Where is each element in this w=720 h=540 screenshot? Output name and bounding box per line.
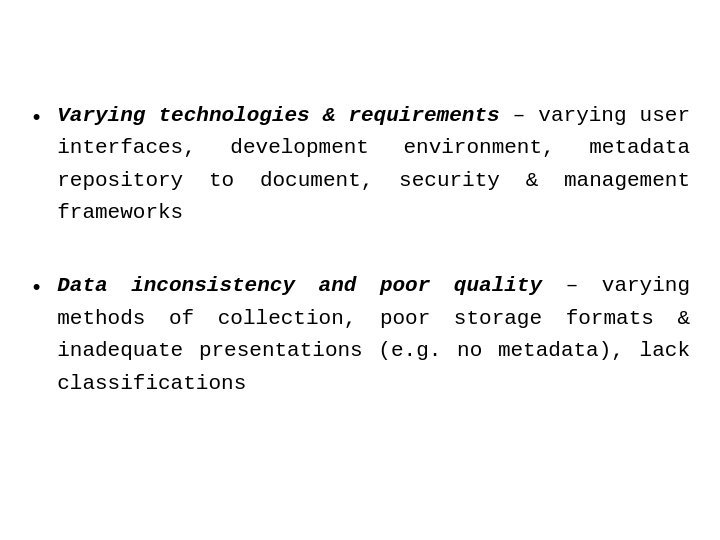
bullet-symbol-2: • <box>30 272 43 305</box>
bullet-item-1: • Varying technologies & requirements – … <box>30 100 690 230</box>
main-content: • Varying technologies & requirements – … <box>20 80 700 460</box>
bullet-1-italic: Varying technologies & requirements <box>57 104 499 127</box>
bullet-text-2: Data inconsistency and poor quality – va… <box>57 270 690 400</box>
bullet-text-1: Varying technologies & requirements – va… <box>57 100 690 230</box>
bullet-item-2: • Data inconsistency and poor quality – … <box>30 270 690 400</box>
bullet-symbol-1: • <box>30 102 43 135</box>
bullet-2-italic: Data inconsistency and poor quality <box>57 274 542 297</box>
